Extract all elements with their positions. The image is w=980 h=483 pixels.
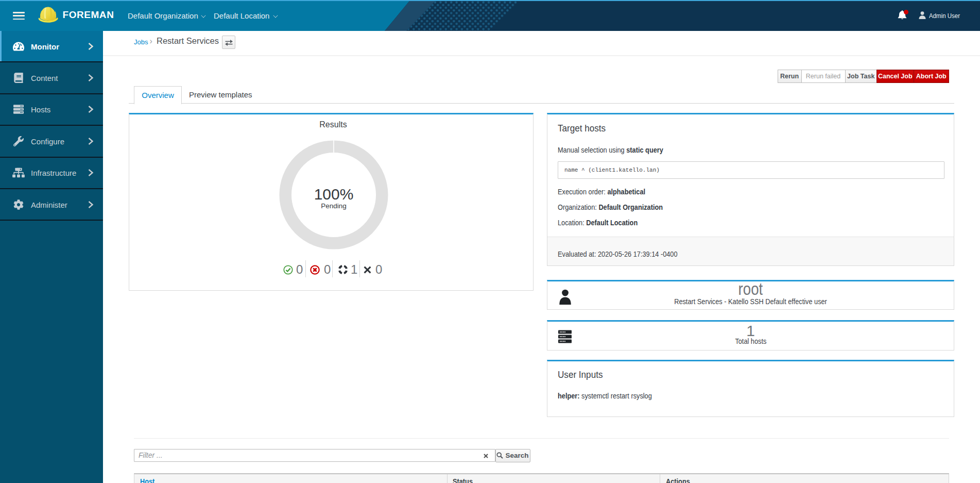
svg-text:Pending: Pending — [321, 202, 347, 210]
svg-text:100%: 100% — [314, 186, 354, 203]
